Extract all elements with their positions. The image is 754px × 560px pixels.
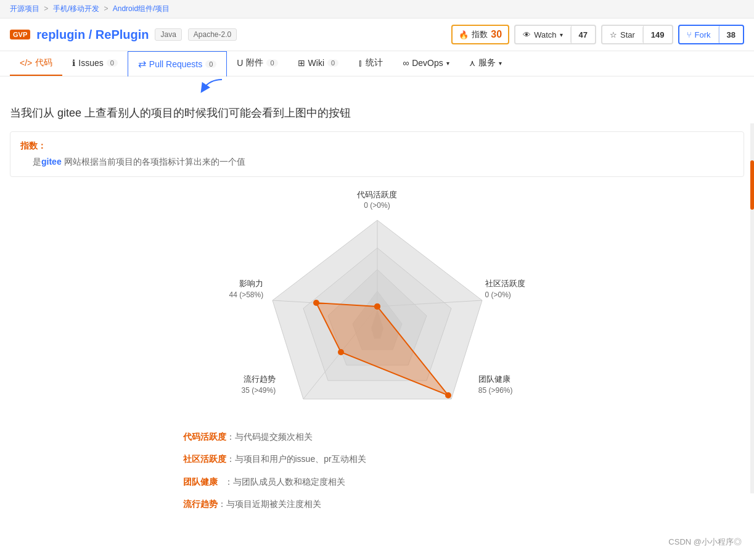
radar-svg	[223, 189, 531, 424]
metric-community-key: 社区活跃度	[183, 454, 226, 464]
metric-trend: 流行趋势：与项目近期被关注度相关	[183, 497, 609, 511]
tab-issues-label: Issues	[78, 58, 103, 68]
index-label: 指数	[472, 29, 488, 40]
watch-count: 47	[579, 30, 588, 39]
repo-slash: /	[89, 28, 96, 41]
index-button[interactable]: 🔥 指数 30	[451, 25, 509, 44]
fork-count-button[interactable]: 38	[719, 27, 743, 43]
devops-arrow-icon: ▾	[446, 60, 449, 67]
radar-section: 代码活跃度 0 (>0%) 社区活跃度 0 (>0%) 团队健康 85 (>96…	[10, 189, 744, 520]
tab-devops[interactable]: ∞ DevOps ▾	[393, 52, 459, 75]
breadcrumb-cat1[interactable]: 手机/移动开发	[53, 4, 99, 13]
watch-dropdown-icon: ▾	[560, 31, 563, 38]
watch-stat: 👁 Watch ▾ 47	[514, 25, 596, 44]
fork-stat: ⑂ Fork 38	[678, 25, 744, 44]
metric-trend-colon: ：	[218, 499, 226, 509]
info-box: 指数： 是gitee 网站根据当前项目的各项指标计算出来的一个值	[10, 131, 744, 177]
tab-services[interactable]: ⋏ 服务 ▾	[459, 51, 512, 76]
metric-code: 代码活跃度：与代码提交频次相关	[183, 430, 609, 443]
watch-count-button[interactable]: 47	[572, 27, 595, 43]
metric-trend-key: 流行趋势	[183, 499, 218, 509]
metric-team-colon: ：	[218, 477, 234, 487]
metric-community: 社区活跃度：与项目和用户的issue、pr互动相关	[183, 452, 609, 466]
services-icon: ⋏	[469, 58, 475, 68]
pr-icon: ⇄	[138, 58, 146, 70]
stats-icon: ⫿	[358, 58, 363, 68]
tab-issues[interactable]: ℹ Issues 0	[62, 52, 128, 75]
arrow-svg	[173, 76, 296, 95]
scrollbar-thumb[interactable]	[750, 160, 754, 210]
radar-point-trend	[338, 349, 344, 355]
star-icon: ☆	[610, 30, 617, 39]
nav-tabs: </> 代码 ℹ Issues 0 ⇄ Pull Requests 0 U 附件…	[0, 51, 754, 76]
code-icon: </>	[20, 58, 32, 68]
metric-community-colon: ：	[226, 454, 235, 464]
tab-wiki-label: Wiki	[308, 58, 324, 68]
infobox-label: 指数：	[20, 141, 734, 152]
radar-point-community	[374, 303, 380, 310]
tab-attach-label: 附件	[246, 57, 263, 68]
metric-team-key: 团队健康	[183, 477, 218, 487]
metric-team-desc: 与团队成员人数和稳定度相关	[233, 477, 345, 487]
infobox-desc-prefix: 是	[33, 157, 41, 167]
fork-icon: ⑂	[687, 30, 692, 39]
breadcrumb-sep1: >	[44, 4, 48, 13]
metric-code-desc: 与代码提交频次相关	[235, 432, 313, 442]
watch-button[interactable]: 👁 Watch ▾	[515, 27, 570, 43]
tab-pull-requests[interactable]: ⇄ Pull Requests 0	[128, 51, 227, 76]
metric-code-colon: ：	[226, 432, 235, 442]
breadcrumb-home[interactable]: 开源项目	[10, 4, 39, 13]
repo-header: GVP replugin / RePlugin Java Apache-2.0 …	[0, 19, 754, 51]
infobox-desc-suffix: 网站根据当前项目的各项指标计算出来的一个值	[62, 157, 245, 167]
tab-attach[interactable]: U 附件 0	[227, 51, 287, 76]
radar-container: 代码活跃度 0 (>0%) 社区活跃度 0 (>0%) 团队健康 85 (>96…	[223, 189, 531, 424]
star-button[interactable]: ☆ Star	[602, 27, 643, 43]
index-value: 30	[491, 29, 502, 40]
csdn-watermark: CSDN @小小程序◎	[668, 537, 742, 542]
tab-stats-label: 统计	[366, 57, 383, 68]
metric-community-desc: 与项目和用户的issue、pr互动相关	[235, 454, 366, 464]
repo-title: replugin / RePlugin	[36, 28, 149, 42]
tab-stats[interactable]: ⫿ 统计	[348, 51, 393, 76]
tab-devops-label: DevOps	[412, 58, 443, 68]
metric-team: 团队健康 ：与团队成员人数和稳定度相关	[183, 475, 609, 488]
fork-button[interactable]: ⑂ Fork	[679, 27, 719, 43]
fire-icon: 🔥	[459, 30, 469, 39]
wiki-icon: ⊞	[298, 58, 305, 68]
tab-services-label: 服务	[478, 57, 496, 68]
star-label: Star	[620, 30, 635, 39]
tab-code[interactable]: </> 代码	[10, 51, 62, 76]
star-count-button[interactable]: 149	[644, 27, 672, 43]
eye-icon: 👁	[523, 30, 531, 39]
metric-trend-desc: 与项目近期被关注度相关	[226, 499, 321, 509]
license-badge: Apache-2.0	[188, 28, 237, 41]
watch-label: Watch	[534, 30, 556, 39]
attach-icon: U	[237, 58, 243, 68]
pr-badge: 0	[205, 60, 216, 68]
breadcrumb: 开源项目 > 手机/移动开发 > Android组件/项目	[0, 0, 754, 19]
repo-name-link[interactable]: RePlugin	[96, 28, 149, 41]
scrollbar-track[interactable]	[750, 123, 754, 493]
metric-code-key: 代码活跃度	[183, 432, 226, 442]
infobox-desc: 是gitee 网站根据当前项目的各项指标计算出来的一个值	[20, 157, 734, 168]
services-arrow-icon: ▾	[499, 60, 502, 67]
radar-point-influence	[313, 300, 319, 306]
radar-point-team	[445, 392, 451, 398]
main-content: 当我们从 gitee 上查看别人的项目的时候我们可能会看到上图中的按钮 指数： …	[0, 95, 754, 542]
metrics-list: 代码活跃度：与代码提交频次相关 社区活跃度：与项目和用户的issue、pr互动相…	[146, 430, 609, 520]
repo-owner-link[interactable]: replugin	[36, 28, 85, 41]
lang-badge: Java	[155, 28, 181, 41]
info-icon: ℹ	[72, 58, 75, 68]
tab-wiki[interactable]: ⊞ Wiki 0	[288, 52, 349, 75]
fork-label: Fork	[695, 30, 711, 39]
attach-badge: 0	[266, 59, 277, 67]
star-stat: ☆ Star 149	[601, 25, 673, 44]
arrow-annotation-area	[0, 76, 754, 95]
stats-row: 🔥 指数 30 👁 Watch ▾ 47 ☆ Star 149	[451, 25, 744, 44]
headline: 当我们从 gitee 上查看别人的项目的时候我们可能会看到上图中的按钮	[10, 105, 744, 121]
gitee-brand: gitee	[41, 157, 62, 167]
fork-count: 38	[727, 30, 736, 39]
issues-badge: 0	[107, 59, 118, 67]
breadcrumb-cat2[interactable]: Android组件/项目	[113, 4, 170, 13]
devops-icon: ∞	[403, 58, 409, 68]
